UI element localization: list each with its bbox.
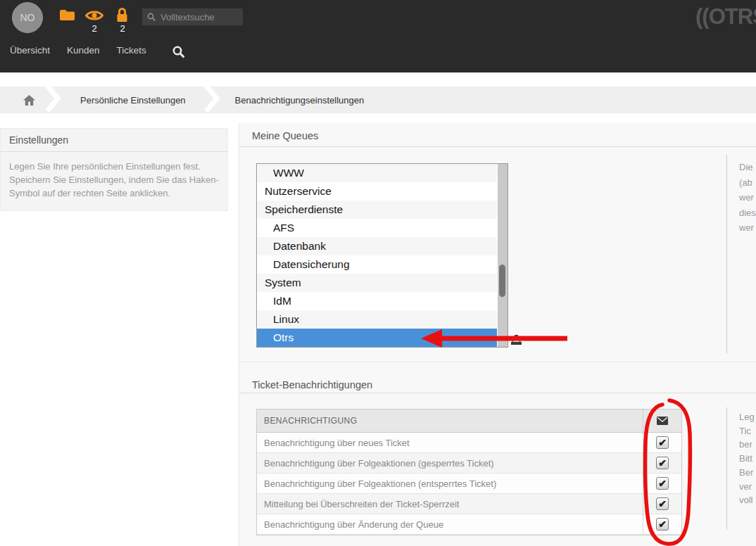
queue-list: WWWNutzerserviceSpeicherdiensteAFSDatenb…	[257, 164, 508, 347]
main-nav: ÜbersichtKundenTickets	[10, 45, 146, 56]
notification-row-label: Benachrichtigung über neues Ticket	[257, 438, 643, 448]
notification-row: Mitteilung bei Überschreiten der Ticket-…	[257, 494, 681, 514]
nav-item-tickets[interactable]: Tickets	[117, 45, 146, 56]
notification-row: Benachrichtigung über Folgeaktionen (ent…	[257, 474, 681, 494]
search-icon	[147, 13, 156, 21]
queue-list-item[interactable]: Speicherdienste	[257, 201, 497, 219]
divider	[239, 362, 756, 362]
notification-row-label: Benachrichtigung über Folgeaktionen (ges…	[257, 458, 643, 469]
queue-list-item[interactable]: Linux	[257, 310, 497, 329]
queue-list-item[interactable]: System	[257, 274, 497, 292]
notification-checkbox-cell: ✔	[643, 433, 681, 452]
queue-list-item[interactable]: Datensicherung	[257, 255, 497, 274]
divider	[239, 393, 756, 393]
queues-widget-title: Meine Queues	[252, 130, 318, 141]
email-column-header	[643, 410, 681, 432]
notifications-widget-title: Ticket-Benachrichtigungen	[252, 379, 372, 391]
help-text-line: Die	[739, 160, 756, 175]
breadcrumb-item-personal-settings[interactable]: Persönliche Einstellungen	[80, 95, 186, 106]
envelope-icon	[657, 417, 668, 425]
notification-row: Benachrichtigung über Änderung der Queue…	[257, 514, 681, 535]
eye-count-badge: 2	[84, 23, 104, 34]
queue-list-item[interactable]: AFS	[257, 219, 497, 237]
queue-list-scrollbar[interactable]	[498, 164, 508, 347]
notification-checkbox[interactable]: ✔	[656, 477, 669, 490]
notification-checkbox-cell: ✔	[643, 514, 681, 534]
topbar: NO 2 2 ÜbersichtKundenTickets	[0, 0, 756, 72]
fulltext-search-box[interactable]	[142, 8, 243, 25]
notification-checkbox[interactable]: ✔	[656, 436, 669, 449]
help-text-line: dies	[739, 205, 756, 221]
avatar[interactable]: NO	[12, 2, 43, 33]
nav-item-bersicht[interactable]: Übersicht	[10, 45, 50, 56]
folder-icon[interactable]	[59, 8, 75, 25]
divider	[239, 146, 756, 147]
notifications-table: BENACHRICHTIGUNG Benachrichtigung über n…	[256, 409, 682, 535]
lock-count-badge: 2	[113, 23, 132, 34]
nav-search-icon[interactable]	[172, 45, 185, 61]
queue-list-item[interactable]: Datenbank	[257, 237, 497, 255]
notification-checkbox[interactable]: ✔	[656, 518, 669, 531]
otrs-logo: ((OTRS	[695, 4, 756, 30]
help-text-line: voll	[739, 493, 755, 507]
queue-list-item[interactable]: IdM	[257, 292, 497, 310]
divider	[726, 155, 727, 353]
notification-row: Benachrichtigung über Folgeaktionen (ges…	[257, 453, 681, 474]
settings-sidebar: Einstellungen Legen Sie Ihre persönliche…	[0, 128, 228, 211]
notification-checkbox[interactable]: ✔	[656, 457, 669, 469]
main-content: Meine Queues WWWNutzerserviceSpeicherdie…	[239, 123, 756, 546]
notification-checkbox[interactable]: ✔	[656, 497, 669, 510]
help-text-line: ver	[739, 480, 755, 494]
notification-row-label: Benachrichtigung über Änderung der Queue	[257, 519, 643, 530]
queue-list-item[interactable]: Otrs	[257, 329, 497, 347]
nav-item-kunden[interactable]: Kunden	[67, 45, 100, 56]
queue-tree-view-icon[interactable]	[511, 335, 522, 348]
notifications-help-text: LegTicberBittBervervoll	[739, 410, 755, 507]
notifications-table-body: Benachrichtigung über neues Ticket✔Benac…	[257, 433, 681, 535]
notification-column-header: BENACHRICHTIGUNG	[257, 416, 643, 426]
help-text-line: Leg	[739, 410, 755, 424]
notification-checkbox-cell: ✔	[643, 453, 681, 473]
divider	[726, 407, 727, 530]
help-text-line: Ber	[739, 466, 755, 480]
queue-listbox: WWWNutzerserviceSpeicherdiensteAFSDatenb…	[256, 163, 508, 348]
help-text-line: (ab	[739, 175, 756, 191]
scrollbar-thumb[interactable]	[499, 265, 505, 297]
notification-checkbox-cell: ✔	[643, 494, 681, 514]
help-text-line: Tic	[739, 424, 755, 438]
search-input[interactable]	[159, 11, 243, 23]
home-icon[interactable]	[23, 95, 35, 106]
queues-help-text: Die(abwerdieswer	[739, 160, 756, 236]
help-text-line: wer	[739, 190, 756, 205]
notifications-table-header: BENACHRICHTIGUNG	[257, 410, 681, 433]
help-text-line: Bitt	[739, 452, 755, 466]
queue-list-item[interactable]: Nutzerservice	[257, 182, 497, 201]
help-text-line: ber	[739, 438, 755, 452]
notification-row-label: Mitteilung bei Überschreiten der Ticket-…	[257, 499, 643, 509]
queue-list-item[interactable]: WWW	[257, 164, 497, 182]
eye-icon[interactable]	[85, 9, 103, 25]
sidebar-description: Legen Sie Ihre persönlichen Einstellunge…	[1, 152, 227, 210]
breadcrumb: Persönliche Einstellungen Benachrichtigu…	[0, 87, 756, 113]
sidebar-title: Einstellungen	[1, 129, 227, 152]
notification-checkbox-cell: ✔	[643, 474, 681, 493]
breadcrumb-item-notification-settings[interactable]: Benachrichtigungseinstellungen	[235, 95, 365, 106]
notification-row: Benachrichtigung über neues Ticket✔	[257, 433, 681, 453]
chevron-right-icon	[45, 85, 61, 115]
notification-row-label: Benachrichtigung über Folgeaktionen (ent…	[257, 478, 643, 489]
chevron-right-icon	[204, 85, 220, 115]
help-text-line: wer	[739, 220, 756, 236]
